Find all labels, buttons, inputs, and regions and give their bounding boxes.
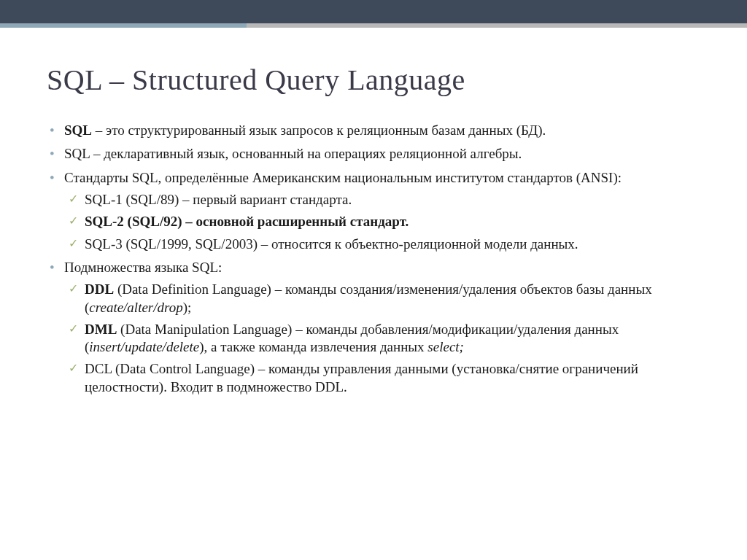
sub-item: DDL (Data Definition Language) – команды… xyxy=(64,281,706,316)
accent-right xyxy=(247,23,747,28)
top-bar xyxy=(0,0,747,23)
text-bold: DDL xyxy=(85,281,114,297)
sub-item: DML (Data Manipulation Language) – коман… xyxy=(64,321,706,357)
text: SQL-3 (SQL/1999, SQL/2003) – относится к… xyxy=(85,236,578,252)
text: ); xyxy=(183,300,192,315)
content-area: SQL – Structured Query Language SQL – эт… xyxy=(0,28,747,416)
bullet-list: SQL – это структурированный язык запросо… xyxy=(47,122,706,396)
bullet-item: SQL – декларативный язык, основанный на … xyxy=(47,145,706,163)
sub-item: SQL-1 (SQL/89) – первый вариант стандарт… xyxy=(64,191,706,209)
text: Стандарты SQL, определённые Американским… xyxy=(64,170,622,185)
text-italic: create/alter/drop xyxy=(89,300,182,315)
bullet-item: SQL – это структурированный язык запросо… xyxy=(47,122,706,139)
text: Подмножества языка SQL: xyxy=(64,260,222,275)
text: – это структурированный язык запросов к … xyxy=(92,122,546,138)
text-italic: select; xyxy=(427,339,464,354)
bullet-item: Подмножества языка SQL: DDL (Data Defini… xyxy=(47,259,706,396)
sub-item: DCL (Data Control Language) – команды уп… xyxy=(64,360,706,396)
text: DCL (Data Control Language) – команды уп… xyxy=(85,361,638,394)
bullet-item: Стандарты SQL, определённые Американским… xyxy=(47,169,706,253)
slide: SQL – Structured Query Language SQL – эт… xyxy=(0,0,747,560)
sub-list: DDL (Data Definition Language) – команды… xyxy=(64,281,706,396)
accent-bar xyxy=(0,23,747,28)
slide-title: SQL – Structured Query Language xyxy=(47,63,706,97)
sub-item: SQL-2 (SQL/92) – основной расширенный ст… xyxy=(64,213,706,230)
text-bold: SQL xyxy=(64,122,92,138)
text-bold: SQL-2 (SQL/92) – основной расширенный ст… xyxy=(85,214,409,229)
text: SQL – декларативный язык, основанный на … xyxy=(64,146,522,161)
text-bold: DML xyxy=(85,322,117,337)
sub-list: SQL-1 (SQL/89) – первый вариант стандарт… xyxy=(64,191,706,253)
text: ), а также команда извлечения данных xyxy=(199,339,427,354)
text: SQL-1 (SQL/89) – первый вариант стандарт… xyxy=(85,192,352,207)
sub-item: SQL-3 (SQL/1999, SQL/2003) – относится к… xyxy=(64,236,706,253)
text-italic: insert/update/delete xyxy=(89,339,199,354)
accent-left xyxy=(0,23,247,28)
